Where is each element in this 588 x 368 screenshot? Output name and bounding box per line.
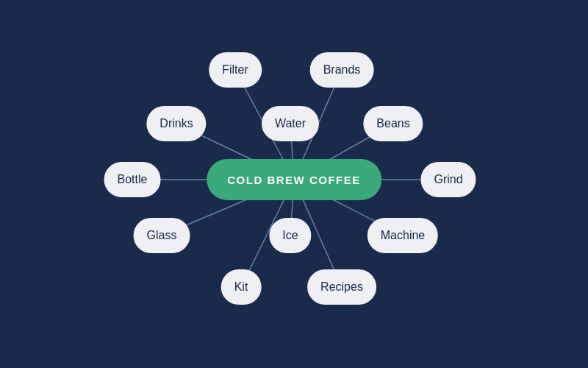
node-kit[interactable]: Kit bbox=[221, 269, 262, 305]
mind-map-canvas: COLD BREW COFFEEFilterBrandsDrinksWaterB… bbox=[0, 0, 588, 368]
center-node: COLD BREW COFFEE bbox=[207, 159, 381, 200]
node-glass[interactable]: Glass bbox=[134, 218, 190, 253]
node-ice[interactable]: Ice bbox=[269, 218, 311, 253]
node-grind[interactable]: Grind bbox=[420, 162, 476, 197]
node-drinks[interactable]: Drinks bbox=[146, 106, 206, 141]
node-recipes[interactable]: Recipes bbox=[307, 269, 376, 305]
node-water[interactable]: Water bbox=[262, 106, 319, 141]
node-machine[interactable]: Machine bbox=[368, 218, 438, 253]
node-bottle[interactable]: Bottle bbox=[104, 162, 161, 197]
node-brands[interactable]: Brands bbox=[310, 52, 374, 88]
node-beans[interactable]: Beans bbox=[363, 106, 423, 141]
node-filter[interactable]: Filter bbox=[209, 52, 262, 88]
